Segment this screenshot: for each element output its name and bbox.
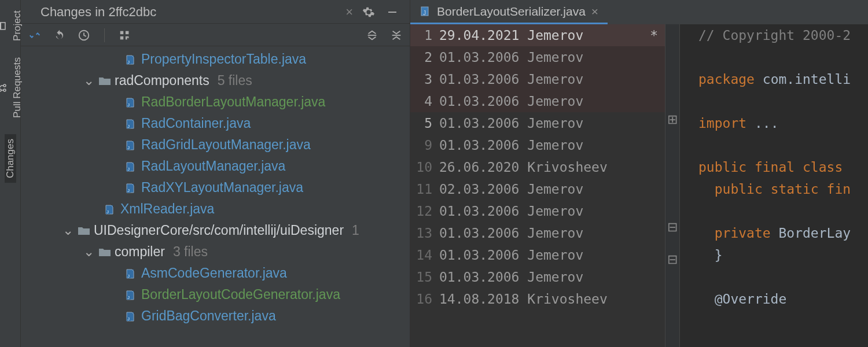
- code-text: ...: [755, 116, 779, 131]
- collapse-all-icon[interactable]: [390, 29, 403, 42]
- file-name: GridBagConverter.java: [141, 308, 276, 324]
- annotate-row[interactable]: 501.03.2006 Jemerov: [410, 112, 665, 134]
- svg-text:J: J: [127, 102, 130, 108]
- fold-marker-icon[interactable]: ⊟: [665, 220, 679, 235]
- editor-body: 129.04.2021 Jemerov*201.03.2006 Jemerov3…: [410, 24, 868, 347]
- annotate-row[interactable]: 1201.03.2006 Jemerov: [410, 200, 665, 222]
- history-icon[interactable]: [78, 29, 90, 42]
- gear-icon[interactable]: [360, 6, 377, 19]
- annotate-row[interactable]: 401.03.2006 Jemerov: [410, 90, 665, 112]
- svg-text:J: J: [127, 60, 130, 65]
- group-by-icon[interactable]: [119, 29, 131, 42]
- annotate-row[interactable]: 201.03.2006 Jemerov: [410, 46, 665, 68]
- code-annotation: @Override: [685, 288, 868, 310]
- tree-file[interactable]: JRadGridLayoutManager.java: [21, 134, 410, 156]
- file-name: PropertyInspectorTable.java: [141, 51, 306, 67]
- folder-name: compiler: [115, 244, 165, 260]
- annotate-row[interactable]: 301.03.2006 Jemerov: [410, 68, 665, 90]
- annotate-info: 01.03.2006 Jemerov: [439, 46, 658, 68]
- annotate-row[interactable]: 1501.03.2006 Jemerov: [410, 266, 665, 288]
- expand-all-icon[interactable]: [366, 29, 378, 42]
- file-name: RadGridLayoutManager.java: [141, 137, 311, 153]
- annotate-row[interactable]: 129.04.2021 Jemerov*: [410, 24, 665, 46]
- svg-text:J: J: [127, 124, 130, 129]
- annotate-info: 01.03.2006 Jemerov: [439, 68, 658, 90]
- annotate-info: 01.03.2006 Jemerov: [439, 134, 658, 156]
- panel-title-bar: Changes in 2ffc2dbc ×: [21, 0, 410, 24]
- annotate-info: 01.03.2006 Jemerov: [439, 222, 658, 244]
- annotate-row[interactable]: 1614.08.2018 Krivosheev: [410, 288, 665, 310]
- annotate-row[interactable]: 901.03.2006 Jemerov: [410, 134, 665, 156]
- tree-file[interactable]: JRadContainer.java: [21, 113, 410, 134]
- current-revision-marker: *: [645, 24, 658, 46]
- tree-folder[interactable]: ⌄compiler3 files: [21, 241, 410, 263]
- structure-gutter[interactable]: ⊞ ⊟ ⊟: [665, 24, 680, 347]
- tool-window-project[interactable]: Project: [0, 10, 23, 41]
- tool-window-pull-requests[interactable]: Pull Requests: [0, 57, 23, 118]
- tree-file[interactable]: JPropertyInspectorTable.java: [21, 49, 410, 70]
- line-number: 16: [410, 288, 439, 310]
- tree-file[interactable]: JXmlReader.java: [21, 198, 410, 220]
- editor-tab-label: BorderLayoutSerializer.java: [437, 5, 586, 19]
- chevron-down-icon[interactable]: ⌄: [83, 244, 94, 260]
- java-file-icon: J: [125, 311, 137, 322]
- file-name: BorderLayoutCodeGenerator.java: [141, 287, 340, 302]
- file-name: RadXYLayoutManager.java: [141, 180, 303, 195]
- line-number: 13: [410, 222, 439, 244]
- changes-panel: Changes in 2ffc2dbc × JPropertyInspec: [21, 0, 410, 347]
- svg-text:J: J: [127, 167, 130, 172]
- svg-text:J: J: [127, 188, 130, 193]
- toolbar-divider: [104, 28, 105, 42]
- svg-point-3: [3, 88, 6, 91]
- annotate-info: 01.03.2006 Jemerov: [439, 200, 658, 222]
- annotate-row[interactable]: 1102.03.2006 Jemerov: [410, 178, 665, 200]
- chevron-down-icon[interactable]: ⌄: [62, 223, 73, 238]
- code-keyword: private: [715, 226, 779, 241]
- code-text: com.intelli: [763, 72, 851, 87]
- line-number: 10: [410, 156, 439, 178]
- svg-text:J: J: [106, 209, 109, 215]
- tree-file[interactable]: JRadXYLayoutManager.java: [21, 177, 410, 198]
- java-file-icon: J: [125, 183, 137, 193]
- close-tab-icon[interactable]: ×: [591, 5, 598, 19]
- annotate-gutter[interactable]: 129.04.2021 Jemerov*201.03.2006 Jemerov3…: [410, 24, 665, 347]
- annotate-row[interactable]: 1026.06.2020 Krivosheev: [410, 156, 665, 178]
- java-file-icon: J: [420, 6, 431, 17]
- tool-window-bar: Project Pull Requests Changes: [0, 0, 21, 347]
- java-file-icon: J: [125, 268, 137, 279]
- line-number: 2: [410, 46, 439, 68]
- tree-file[interactable]: JBorderLayoutCodeGenerator.java: [21, 284, 410, 305]
- chevron-down-icon[interactable]: ⌄: [83, 73, 94, 88]
- editor: J BorderLayoutSerializer.java × 129.04.2…: [410, 0, 868, 347]
- changes-tree[interactable]: JPropertyInspectorTable.java⌄radComponen…: [21, 46, 410, 329]
- folder-name: UIDesignerCore/src/com/intellij/uiDesign…: [94, 223, 344, 238]
- code-keyword: package: [698, 72, 763, 87]
- folder-icon: [98, 247, 110, 257]
- tree-folder[interactable]: ⌄UIDesignerCore/src/com/intellij/uiDesig…: [21, 220, 410, 241]
- annotate-row[interactable]: 1301.03.2006 Jemerov: [410, 222, 665, 244]
- editor-tab[interactable]: J BorderLayoutSerializer.java ×: [410, 0, 608, 24]
- minimize-icon[interactable]: [384, 6, 400, 18]
- svg-rect-7: [120, 31, 124, 35]
- code-area[interactable]: // Copyright 2000-2 package com.intelli …: [680, 24, 868, 347]
- folder-icon: [98, 76, 110, 86]
- tree-folder[interactable]: ⌄radComponents5 files: [21, 70, 410, 91]
- revert-icon[interactable]: [53, 29, 66, 42]
- tree-file[interactable]: JAsmCodeGenerator.java: [21, 263, 410, 284]
- tool-window-changes[interactable]: Changes: [5, 134, 16, 183]
- svg-rect-1: [0, 22, 1, 29]
- fold-marker-icon[interactable]: ⊟: [665, 252, 679, 267]
- annotate-row[interactable]: 1401.03.2006 Jemerov: [410, 244, 665, 266]
- java-file-icon: J: [125, 161, 137, 172]
- file-count: 3 files: [173, 244, 208, 260]
- close-tab-icon[interactable]: ×: [345, 5, 353, 20]
- fold-expand-icon[interactable]: ⊞: [665, 112, 679, 127]
- tree-file[interactable]: JRadLayoutManager.java: [21, 156, 410, 177]
- tree-file[interactable]: JGridBagConverter.java: [21, 305, 410, 327]
- java-file-icon: J: [125, 290, 137, 300]
- folder-name: radComponents: [115, 73, 209, 88]
- tree-file[interactable]: JRadBorderLayoutManager.java: [21, 91, 410, 113]
- line-number: 1: [410, 24, 439, 46]
- compare-icon[interactable]: [28, 28, 42, 42]
- annotate-info: 01.03.2006 Jemerov: [439, 266, 658, 288]
